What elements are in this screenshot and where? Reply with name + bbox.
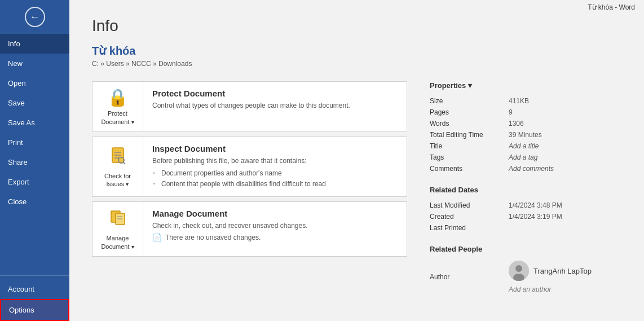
sidebar-item-label: Options xyxy=(9,306,34,314)
prop-label: Size xyxy=(430,95,509,107)
sidebar-item-label: Export xyxy=(8,178,29,186)
properties-section-header: Properties ▾ xyxy=(430,81,621,90)
inspect-document-card: Check forIssues ▾ Inspect Document Befor… xyxy=(92,137,407,197)
prop-label: Total Editing Time xyxy=(430,129,509,140)
sidebar: ← Info New Open Save Save As Print Share… xyxy=(0,0,69,321)
table-row: Last Modified 1/4/2024 3:48 PM xyxy=(430,200,621,211)
related-dates-table: Last Modified 1/4/2024 3:48 PM Created 1… xyxy=(430,200,621,234)
prop-value prop-link[interactable]: Add a tag xyxy=(509,152,621,163)
prop-value prop-link[interactable]: Add a title xyxy=(509,140,621,152)
svg-line-5 xyxy=(123,162,125,164)
manage-icon-area[interactable]: ManageDocument ▾ xyxy=(92,202,143,256)
protect-label: ProtectDocument ▾ xyxy=(101,109,134,126)
related-dates-title: Related Dates xyxy=(430,186,478,194)
back-button[interactable]: ← xyxy=(0,0,69,34)
prop-label: Words xyxy=(430,118,509,129)
sidebar-item-label: Close xyxy=(8,197,27,206)
sidebar-item-new[interactable]: New xyxy=(0,54,69,73)
protect-document-card: 🔒 ProtectDocument ▾ Protect Document Con… xyxy=(92,81,407,132)
sidebar-item-label: New xyxy=(8,59,23,68)
table-row: Created 1/4/2024 3:19 PM xyxy=(430,211,621,222)
prop-value: 411KB xyxy=(509,95,621,107)
date-value: 1/4/2024 3:19 PM xyxy=(509,211,621,222)
table-row: Size 411KB xyxy=(430,95,621,107)
properties-arrow-icon: ▾ xyxy=(468,81,472,90)
protect-title: Protect Document xyxy=(152,89,398,98)
prop-label: Pages xyxy=(430,107,509,118)
content-row: 🔒 ProtectDocument ▾ Protect Document Con… xyxy=(92,81,621,306)
sidebar-item-save[interactable]: Save xyxy=(0,93,69,113)
sidebar-item-label: Open xyxy=(8,79,26,87)
date-value xyxy=(509,222,621,234)
author-info: TrangAnh LapTop Add an author xyxy=(509,259,621,295)
inspect-icon xyxy=(108,146,128,170)
manage-document-card: ManageDocument ▾ Manage Document Check i… xyxy=(92,201,407,257)
author-detail-row: TrangAnh LapTop xyxy=(509,261,621,281)
bullet-item: Content that people with disabilities fi… xyxy=(152,179,398,190)
sidebar-item-label: Print xyxy=(8,138,23,147)
sidebar-item-export[interactable]: Export xyxy=(0,172,69,192)
prop-value: 39 Minutes xyxy=(509,129,621,140)
sidebar-item-close[interactable]: Close xyxy=(0,192,69,212)
sidebar-item-share[interactable]: Share xyxy=(0,152,69,172)
author-label: Author xyxy=(430,259,509,295)
related-people-title: Related People xyxy=(430,245,482,253)
inspect-body: Inspect Document Before publishing this … xyxy=(143,137,407,196)
table-row: Total Editing Time 39 Minutes xyxy=(430,129,621,140)
sidebar-item-save-as[interactable]: Save As xyxy=(0,113,69,133)
author-row: Author TrangAnh LapTop xyxy=(430,259,621,295)
window-title: Từ khóa - Word xyxy=(579,0,644,15)
sidebar-item-label: Save xyxy=(8,99,25,107)
protect-icon-area[interactable]: 🔒 ProtectDocument ▾ xyxy=(92,82,143,131)
doc-small-icon: 📄 xyxy=(152,233,162,242)
related-people-section-header: Related People xyxy=(430,245,621,253)
prop-value: 9 xyxy=(509,107,621,118)
sidebar-item-label: Info xyxy=(8,39,20,48)
sidebar-item-options[interactable]: Options xyxy=(0,299,69,321)
date-value: 1/4/2024 3:48 PM xyxy=(509,200,621,211)
manage-title: Manage Document xyxy=(152,209,398,218)
inspect-bullets: Document properties and author's name Co… xyxy=(152,168,398,190)
sidebar-item-print[interactable]: Print xyxy=(0,133,69,152)
prop-value prop-link[interactable]: Add comments xyxy=(509,163,621,174)
breadcrumb: C: » Users » NCCC » Downloads xyxy=(92,60,621,68)
svg-point-11 xyxy=(515,265,522,272)
manage-body: Manage Document Check in, check out, and… xyxy=(143,202,407,256)
manage-label: ManageDocument ▾ xyxy=(101,234,134,250)
sidebar-item-account[interactable]: Account xyxy=(0,279,69,299)
inspect-title: Inspect Document xyxy=(152,144,398,153)
properties-panel: Properties ▾ Size 411KB Pages 9 Words 13… xyxy=(430,81,621,306)
sidebar-item-label: Share xyxy=(8,158,28,166)
inspect-icon-area[interactable]: Check forIssues ▾ xyxy=(92,137,143,196)
back-arrow-icon: ← xyxy=(30,11,40,23)
page-title: Info xyxy=(92,17,621,35)
date-label: Last Modified xyxy=(430,200,509,211)
table-row: Pages 9 xyxy=(430,107,621,118)
sidebar-item-label: Account xyxy=(8,285,34,293)
author-name: TrangAnh LapTop xyxy=(533,267,592,275)
document-title: Từ khóa xyxy=(92,44,621,58)
properties-table: Size 411KB Pages 9 Words 1306 Total Edit… xyxy=(430,95,621,174)
table-row: Words 1306 xyxy=(430,118,621,129)
bullet-item: Document properties and author's name xyxy=(152,168,398,179)
add-author-link[interactable]: Add an author xyxy=(509,285,621,293)
lock-icon: 🔒 xyxy=(107,87,128,107)
sidebar-item-open[interactable]: Open xyxy=(0,73,69,93)
table-row: Title Add a title xyxy=(430,140,621,152)
manage-icon xyxy=(108,208,128,232)
protect-body: Protect Document Control what types of c… xyxy=(143,82,407,131)
sidebar-item-info[interactable]: Info xyxy=(0,34,69,54)
back-circle-icon: ← xyxy=(25,7,45,27)
date-label: Last Printed xyxy=(430,222,509,234)
manage-note: 📄 There are no unsaved changes. xyxy=(152,233,398,242)
prop-label: Tags xyxy=(430,152,509,163)
prop-label: Title xyxy=(430,140,509,152)
date-label: Created xyxy=(430,211,509,222)
manage-note-text: There are no unsaved changes. xyxy=(165,234,261,241)
inspect-label: Check forIssues ▾ xyxy=(104,172,131,188)
table-row: Last Printed xyxy=(430,222,621,234)
protect-description: Control what types of changes people can… xyxy=(152,102,398,109)
inspect-description: Before publishing this file, be aware th… xyxy=(152,157,398,165)
table-row: Comments Add comments xyxy=(430,163,621,174)
prop-label: Comments xyxy=(430,163,509,174)
